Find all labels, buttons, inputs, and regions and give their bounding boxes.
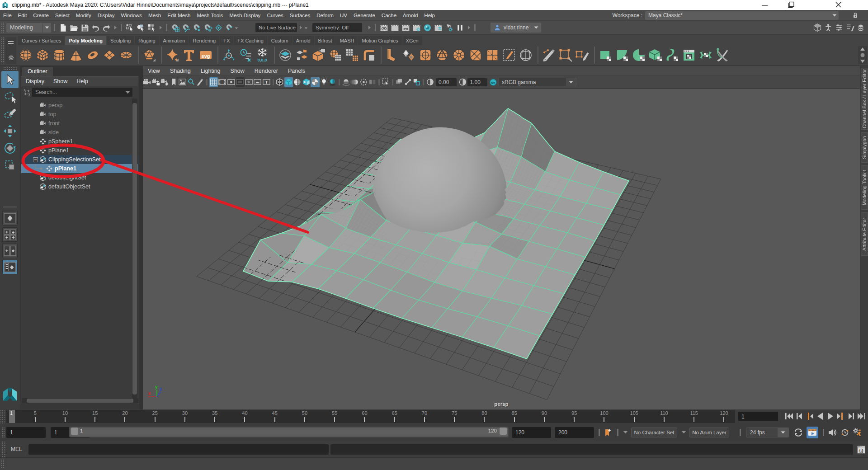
shelf-item[interactable]: [631, 47, 646, 63]
scroll-dot-icon[interactable]: [860, 53, 865, 57]
gamma-field[interactable]: 1.00: [467, 78, 487, 86]
exposure-field[interactable]: 0.00: [436, 78, 457, 86]
viewport-toolbar-button[interactable]: [328, 77, 337, 87]
section-collapser[interactable]: [372, 22, 378, 33]
outliner-hscroll-thumb[interactable]: [27, 399, 133, 403]
character-set-menu[interactable]: No Character Set: [631, 428, 677, 437]
viewport-toolbar-button[interactable]: [311, 77, 320, 87]
shelf-item[interactable]: [518, 47, 533, 63]
viewport-toolbar-button[interactable]: [253, 77, 262, 87]
shelf-item[interactable]: [451, 47, 467, 63]
shelf-tab[interactable]: Curves / Surfaces: [18, 36, 65, 45]
statusline-button[interactable]: [90, 22, 101, 33]
render-button[interactable]: [454, 22, 465, 33]
viewport-toolbar-button[interactable]: [160, 77, 170, 87]
outliner-row[interactable]: side: [21, 128, 138, 137]
outliner-row[interactable]: pPlane1: [21, 164, 138, 173]
playhead[interactable]: 1: [9, 410, 15, 423]
shelf-item[interactable]: [598, 47, 613, 63]
shelf-item[interactable]: [328, 47, 343, 63]
shelf-tab[interactable]: MASH: [336, 36, 358, 45]
section-collapser[interactable]: [820, 427, 826, 438]
section-collapser[interactable]: [614, 427, 621, 438]
section-collapser[interactable]: [51, 22, 57, 33]
viewport-canvas[interactable]: persp x y z: [143, 89, 860, 409]
outliner-search-input[interactable]: Search...: [32, 88, 132, 97]
viewport-toolbar-button[interactable]: [302, 77, 311, 87]
outliner-vscroll-thumb[interactable]: [132, 103, 137, 395]
viewport-menu-item[interactable]: Lighting: [196, 68, 226, 74]
outliner-row-label[interactable]: top: [48, 111, 56, 118]
render-button[interactable]: [400, 22, 411, 33]
render-button[interactable]: [433, 22, 443, 33]
shelf-tab[interactable]: Arnold: [292, 36, 314, 45]
section-collapser[interactable]: [472, 22, 478, 33]
outliner-tab[interactable]: Outliner: [22, 67, 53, 76]
viewport-toolbar-button[interactable]: [382, 77, 391, 87]
animation-preferences-button[interactable]: [852, 427, 863, 438]
snap-button[interactable]: [180, 22, 191, 33]
sidebar-toggle-button[interactable]: [823, 22, 834, 33]
toolbox-tool[interactable]: [1, 105, 19, 122]
outliner-hscrollbar[interactable]: [22, 398, 138, 403]
shelf-item[interactable]: [485, 47, 500, 63]
snap-button[interactable]: [213, 22, 224, 33]
toolbox-tool[interactable]: [1, 71, 19, 88]
outliner-vscrollbar[interactable]: [132, 99, 137, 400]
pb-play-back-button[interactable]: [815, 411, 825, 422]
range-start-handle[interactable]: [71, 428, 78, 435]
menu-item[interactable]: Surfaces: [287, 10, 313, 21]
pb-prev-frame-button[interactable]: [794, 411, 804, 422]
symmetry-field[interactable]: Symmetry: Off: [312, 23, 362, 32]
shelf-item[interactable]: [698, 47, 713, 63]
layout-button[interactable]: [2, 260, 18, 274]
pb-play-button[interactable]: [825, 411, 835, 422]
selection-mode-button[interactable]: [135, 22, 146, 33]
viewport-toolbar-button[interactable]: [152, 77, 161, 87]
shelf-tab[interactable]: Custom: [268, 36, 292, 45]
viewport-toolbar-button[interactable]: [236, 77, 245, 87]
mute-audio-button[interactable]: [826, 427, 838, 438]
shelf-item[interactable]: [384, 47, 400, 63]
user-account-dropdown[interactable]: vidar.rinne: [491, 23, 541, 33]
menu-item[interactable]: Mesh: [145, 10, 164, 21]
viewport-toolbar-button[interactable]: [209, 77, 218, 87]
playblast-button[interactable]: [807, 427, 818, 438]
shelf-tab[interactable]: FX Caching: [234, 36, 267, 45]
section-collapser[interactable]: [112, 22, 118, 33]
viewport-toolbar-button[interactable]: [350, 77, 359, 87]
chevron-down-icon[interactable]: [623, 431, 628, 434]
live-surface-field[interactable]: No Live Surface: [255, 23, 297, 32]
menu-item[interactable]: Deform: [313, 10, 337, 21]
viewport-toolbar-button[interactable]: [178, 77, 187, 87]
shelf-tab[interactable]: Rigging: [135, 36, 159, 45]
viewport-toolbar-button[interactable]: [426, 77, 435, 87]
playback-end-field[interactable]: 120: [512, 427, 551, 438]
outliner-menu-item[interactable]: Help: [72, 78, 93, 85]
section-collapser[interactable]: [157, 22, 163, 33]
outliner-row-label[interactable]: persp: [48, 102, 62, 108]
shelf-item[interactable]: [198, 47, 213, 63]
shelf-item[interactable]: [68, 47, 84, 63]
shelf-item[interactable]: [715, 47, 730, 63]
menu-item[interactable]: Display: [94, 10, 118, 21]
sidebar-toggle-button[interactable]: [844, 22, 855, 33]
viewport-toolbar-button[interactable]: [218, 77, 227, 87]
viewport-toolbar-button[interactable]: [342, 77, 351, 87]
outliner-row[interactable]: ClippingSelectionSet: [21, 155, 138, 164]
toolbox-tool[interactable]: [1, 88, 19, 105]
shelf-gear-icon[interactable]: [8, 54, 14, 61]
statusline-button[interactable]: [79, 22, 90, 33]
shelf-tab[interactable]: Motion Graphics: [358, 36, 401, 45]
shelf-tab[interactable]: XGen: [402, 36, 422, 45]
statusline-button[interactable]: [101, 22, 112, 33]
shelf-item[interactable]: [18, 47, 33, 63]
menu-item[interactable]: File: [0, 10, 15, 21]
viewport-toolbar-button[interactable]: [196, 77, 205, 87]
sidebar-toggle-button[interactable]: [855, 22, 866, 33]
viewport-toolbar-button[interactable]: [245, 77, 254, 87]
section-collapser[interactable]: [366, 22, 372, 33]
toolbox-grip[interactable]: [3, 67, 17, 70]
shelf-item[interactable]: [181, 47, 197, 63]
shelf-item[interactable]: [665, 47, 680, 63]
